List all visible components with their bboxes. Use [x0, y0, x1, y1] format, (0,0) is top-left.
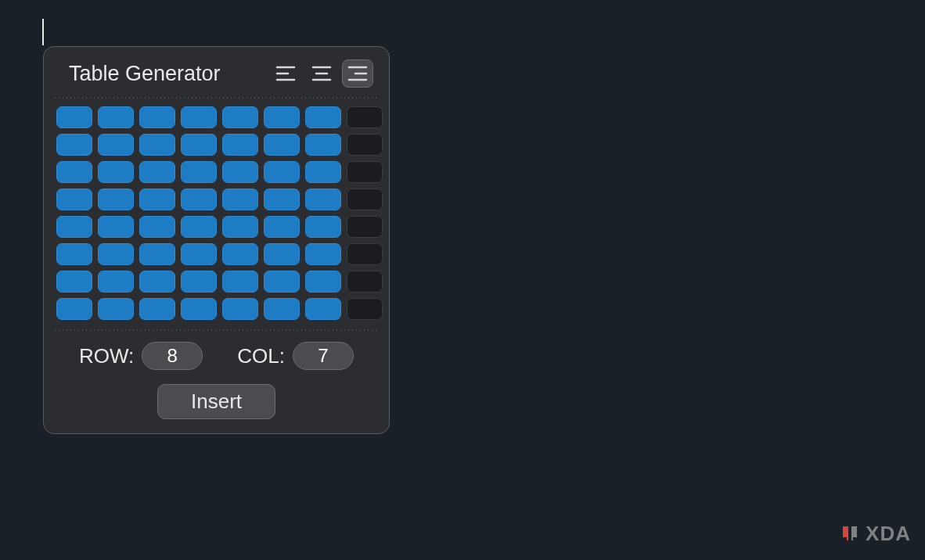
align-left-button[interactable]	[270, 59, 301, 88]
xda-logo-icon	[839, 523, 861, 545]
align-right-icon	[347, 65, 368, 82]
grid-cell[interactable]	[347, 298, 383, 320]
grid-cell[interactable]	[305, 298, 341, 320]
grid-cell[interactable]	[264, 134, 300, 156]
grid-cell[interactable]	[222, 188, 258, 210]
grid-cell[interactable]	[305, 216, 341, 238]
grid-cell[interactable]	[222, 216, 258, 238]
grid-cell[interactable]	[181, 271, 217, 293]
grid-cell[interactable]	[98, 188, 134, 210]
align-center-icon	[311, 65, 332, 82]
grid-cell[interactable]	[181, 216, 217, 238]
text-cursor	[42, 19, 44, 45]
grid-cell[interactable]	[56, 271, 92, 293]
grid-cell[interactable]	[305, 134, 341, 156]
grid-cell[interactable]	[347, 161, 383, 183]
grid-cell[interactable]	[264, 298, 300, 320]
grid-cell[interactable]	[56, 216, 92, 238]
grid-cell[interactable]	[98, 134, 134, 156]
grid-cell[interactable]	[347, 134, 383, 156]
insert-wrap: Insert	[53, 384, 380, 419]
grid-cell[interactable]	[264, 243, 300, 265]
grid-cell[interactable]	[139, 216, 175, 238]
grid-cell[interactable]	[98, 243, 134, 265]
grid-cell[interactable]	[181, 161, 217, 183]
grid-cell[interactable]	[56, 243, 92, 265]
col-label: COL:	[237, 344, 285, 368]
grid-cell[interactable]	[98, 271, 134, 293]
grid-cell[interactable]	[139, 271, 175, 293]
grid-cell[interactable]	[98, 216, 134, 238]
grid-cell[interactable]	[264, 216, 300, 238]
grid-cell[interactable]	[264, 161, 300, 183]
grid-cell[interactable]	[181, 106, 217, 128]
grid-cell[interactable]	[181, 188, 217, 210]
size-picker-grid[interactable]	[53, 105, 380, 321]
grid-cell[interactable]	[56, 106, 92, 128]
grid-cell[interactable]	[98, 298, 134, 320]
grid-cell[interactable]	[347, 243, 383, 265]
grid-cell[interactable]	[264, 106, 300, 128]
row-label: ROW:	[79, 344, 134, 368]
table-generator-panel: Table Generator	[43, 46, 390, 434]
col-value-field[interactable]: 7	[293, 342, 354, 370]
grid-cell[interactable]	[56, 134, 92, 156]
grid-cell[interactable]	[98, 161, 134, 183]
panel-header: Table Generator	[53, 56, 380, 94]
grid-cell[interactable]	[222, 161, 258, 183]
grid-cell[interactable]	[181, 298, 217, 320]
grid-cell[interactable]	[222, 106, 258, 128]
grid-cell[interactable]	[56, 188, 92, 210]
grid-cell[interactable]	[305, 271, 341, 293]
grid-cell[interactable]	[139, 106, 175, 128]
grid-cell[interactable]	[181, 134, 217, 156]
grid-cell[interactable]	[347, 188, 383, 210]
grid-cell[interactable]	[139, 298, 175, 320]
grid-cell[interactable]	[347, 216, 383, 238]
controls-row: ROW: 8 COL: 7	[53, 342, 380, 370]
grid-cell[interactable]	[56, 161, 92, 183]
grid-cell[interactable]	[139, 243, 175, 265]
grid-cell[interactable]	[222, 243, 258, 265]
grid-cell[interactable]	[139, 161, 175, 183]
grid-cell[interactable]	[264, 271, 300, 293]
align-right-button[interactable]	[342, 59, 373, 88]
row-value-field[interactable]: 8	[142, 342, 203, 370]
grid-cell[interactable]	[305, 243, 341, 265]
insert-button[interactable]: Insert	[157, 384, 275, 419]
panel-title: Table Generator	[69, 62, 270, 86]
grid-cell[interactable]	[222, 271, 258, 293]
align-center-button[interactable]	[306, 59, 337, 88]
grid-cell[interactable]	[347, 271, 383, 293]
grid-cell[interactable]	[98, 106, 134, 128]
grid-cell[interactable]	[222, 298, 258, 320]
grid-cell[interactable]	[222, 134, 258, 156]
alignment-group	[270, 59, 373, 88]
grid-cell[interactable]	[305, 106, 341, 128]
watermark: XDA	[839, 522, 911, 546]
grid-cell[interactable]	[264, 188, 300, 210]
grid-cell[interactable]	[347, 106, 383, 128]
grid-cell[interactable]	[305, 161, 341, 183]
divider-bottom	[53, 329, 380, 331]
watermark-text: XDA	[866, 522, 911, 546]
align-left-icon	[275, 65, 296, 82]
divider-top	[53, 97, 380, 99]
grid-cell[interactable]	[56, 298, 92, 320]
grid-cell[interactable]	[139, 188, 175, 210]
grid-cell[interactable]	[139, 134, 175, 156]
grid-cell[interactable]	[305, 188, 341, 210]
grid-cell[interactable]	[181, 243, 217, 265]
